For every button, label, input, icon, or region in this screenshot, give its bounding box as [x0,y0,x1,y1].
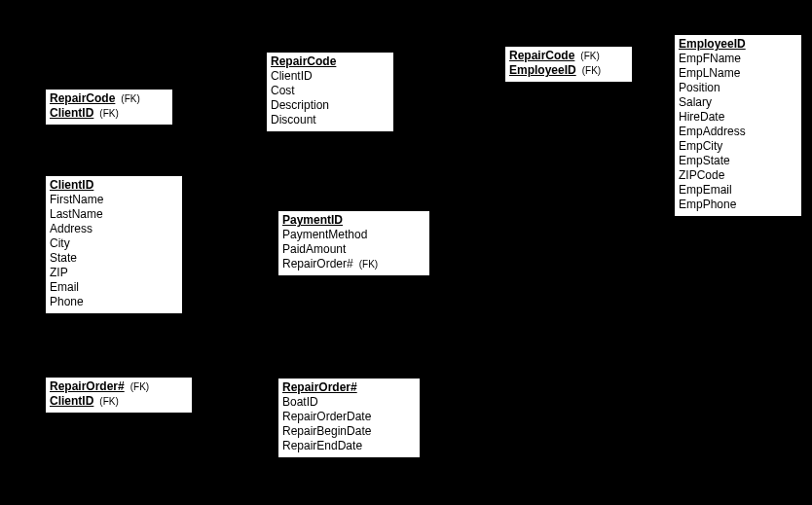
attr-name: State [50,251,77,266]
table-row: EmpFName [679,52,797,66]
attr-name: RepairOrder# [50,379,125,394]
table-row: HireDate [679,110,797,125]
attr-name: EmpLName [679,66,740,81]
attr-name: RepairOrderDate [282,410,371,424]
table-row: EmpLName [679,66,797,81]
table-row: ZIP [50,266,178,280]
attr-name: RepairEndDate [282,439,362,453]
fk-tag: (FK) [582,65,601,78]
attr-name: ClientID [50,394,93,409]
table-emp-repair: RepairCode (FK) EmployeeID (FK) [505,47,632,82]
attr-name: LastName [50,207,103,222]
table-row: FirstName [50,193,178,207]
attr-name: RepairCode [271,54,336,69]
table-row: Salary [679,95,797,110]
table-row: RepairCode [271,54,389,69]
table-row: EmpState [679,154,797,168]
attr-name: Salary [679,95,712,110]
table-row: State [50,251,178,266]
table-row: PaymentMethod [282,228,425,242]
table-row: RepairBeginDate [282,424,416,439]
attr-name: ZIPCode [679,168,724,183]
table-row: EmpAddress [679,125,797,139]
table-row: ClientID (FK) [50,106,168,121]
table-row: Discount [271,113,389,127]
attr-name: City [50,236,70,251]
attr-name: Address [50,222,92,236]
fk-tag: (FK) [121,93,139,106]
table-row: ClientID [271,69,389,84]
table-repair: RepairCode ClientID Cost Description Dis… [267,53,393,131]
attr-name: RepairCode [50,91,115,106]
table-row: Description [271,98,389,113]
attr-name: EmployeeID [509,63,576,78]
attr-name: RepairOrder# [282,380,357,395]
table-row: EmployeeID (FK) [509,63,628,78]
attr-name: EmpCity [679,139,722,154]
attr-name: RepairBeginDate [282,424,371,439]
attr-name: Phone [50,295,84,309]
table-row: Phone [50,295,178,309]
table-client-repair: RepairCode (FK) ClientID (FK) [46,90,172,125]
table-row: EmpCity [679,139,797,154]
table-row: RepairOrder# (FK) [282,257,425,271]
attr-name: ClientID [50,178,93,193]
table-employee: EmployeeID EmpFName EmpLName Position Sa… [675,35,801,216]
attr-name: Email [50,280,79,295]
table-client: ClientID FirstName LastName Address City… [46,176,182,313]
table-row: Position [679,81,797,95]
attr-name: ClientID [50,106,93,121]
attr-name: RepairOrder# [282,257,353,271]
table-repair-order: RepairOrder# BoatID RepairOrderDate Repa… [278,379,420,457]
attr-name: EmpEmail [679,183,732,198]
table-payment: PaymentID PaymentMethod PaidAmount Repai… [278,211,429,275]
attr-name: BoatID [282,395,318,410]
attr-name: Position [679,81,720,95]
attr-name: EmpAddress [679,125,746,139]
attr-name: Cost [271,84,295,98]
fk-tag: (FK) [99,108,118,121]
table-row: ClientID [50,178,178,193]
table-row: City [50,236,178,251]
table-row: RepairEndDate [282,439,416,453]
table-row: EmpPhone [679,198,797,212]
table-row: ZIPCode [679,168,797,183]
table-row: EmployeeID [679,37,797,52]
table-row: PaidAmount [282,242,425,257]
fk-tag: (FK) [99,396,118,409]
fk-tag: (FK) [580,51,599,63]
table-row: RepairCode (FK) [509,49,628,63]
fk-tag: (FK) [359,259,378,271]
table-row: RepairOrder# (FK) [50,379,188,394]
attr-name: PaidAmount [282,242,346,257]
attr-name: FirstName [50,193,103,207]
attr-name: EmployeeID [679,37,746,52]
table-row: EmpEmail [679,183,797,198]
table-client-order: RepairOrder# (FK) ClientID (FK) [46,378,192,413]
table-row: RepairOrder# [282,380,416,395]
table-row: Cost [271,84,389,98]
table-row: RepairOrderDate [282,410,416,424]
attr-name: RepairCode [509,49,574,63]
attr-name: ClientID [271,69,313,84]
attr-name: PaymentID [282,213,343,228]
table-row: RepairCode (FK) [50,91,168,106]
attr-name: EmpPhone [679,198,736,212]
attr-name: EmpFName [679,52,741,66]
table-row: Email [50,280,178,295]
fk-tag: (FK) [130,381,149,394]
table-row: PaymentID [282,213,425,228]
attr-name: ZIP [50,266,68,280]
attr-name: EmpState [679,154,730,168]
table-row: Address [50,222,178,236]
table-row: BoatID [282,395,416,410]
attr-name: PaymentMethod [282,228,367,242]
attr-name: HireDate [679,110,724,125]
table-row: LastName [50,207,178,222]
attr-name: Description [271,98,329,113]
table-row: ClientID (FK) [50,394,188,409]
attr-name: Discount [271,113,316,127]
